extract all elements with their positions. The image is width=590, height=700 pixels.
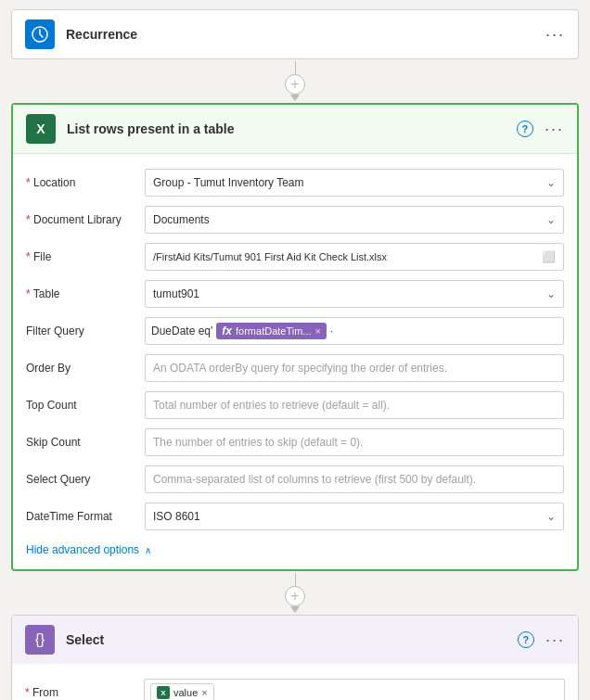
filter-query-row: Filter Query DueDate eq' fx formatDateTi… <box>26 317 564 345</box>
document-library-label: Document Library <box>26 213 137 226</box>
table-label: Table <box>26 287 137 300</box>
fx-icon: fx <box>222 325 232 337</box>
token-close-button[interactable]: × <box>315 325 321 337</box>
select-help-button[interactable]: ? <box>518 631 534 648</box>
connector-line <box>295 61 296 74</box>
document-library-select[interactable]: Documents ⌄ <box>145 206 564 234</box>
connector-2: + <box>285 571 305 615</box>
table-select[interactable]: tumut901 ⌄ <box>145 280 564 308</box>
advanced-chevron-up-icon: ∧ <box>145 545 151 555</box>
file-browse-icon[interactable]: ⬜ <box>542 250 556 263</box>
datetime-format-select[interactable]: ISO 8601 ⌄ <box>145 503 564 530</box>
location-row: Location Group - Tumut Inventory Team ⌄ <box>26 169 564 197</box>
connector-1: + <box>285 59 305 103</box>
card-header-actions: ? ··· <box>517 120 564 139</box>
datetime-format-label: DateTime Format <box>26 510 137 523</box>
top-count-input[interactable]: Total number of entries to retrieve (def… <box>145 391 564 419</box>
location-chevron-icon: ⌄ <box>546 176 556 189</box>
order-by-input[interactable]: An ODATA orderBy query for specifying th… <box>145 354 564 382</box>
document-library-chevron-icon: ⌄ <box>546 213 556 226</box>
location-select[interactable]: Group - Tumut Inventory Team ⌄ <box>145 169 564 197</box>
file-input[interactable]: /FirstAid Kits/Tumut 901 First Aid Kit C… <box>145 243 564 271</box>
token-dot: · <box>330 326 333 337</box>
location-label: Location <box>26 176 137 189</box>
skip-count-row: Skip Count The number of entries to skip… <box>26 428 564 456</box>
order-by-label: Order By <box>26 362 137 375</box>
list-rows-card: X List rows present in a table ? ··· Loc… <box>11 103 579 571</box>
select-title: Select <box>66 632 507 647</box>
file-label: File <box>26 250 137 263</box>
connector-arrow <box>290 95 300 101</box>
hide-advanced-button[interactable]: Hide advanced options ∧ <box>26 543 564 556</box>
connector-line-2 <box>295 573 296 586</box>
from-input[interactable]: X value × <box>144 679 565 700</box>
from-value-tag: X value × <box>150 683 214 700</box>
datetime-format-row: DateTime Format ISO 8601 ⌄ <box>26 503 564 530</box>
table-row: Table tumut901 ⌄ <box>26 280 564 308</box>
add-step-button-2[interactable]: + <box>285 586 305 606</box>
select-card-header-actions: ? ··· <box>518 630 565 650</box>
select-body: From X value × Map X Email × <box>12 664 578 700</box>
select-query-row: Select Query Comma-separated list of col… <box>26 465 564 493</box>
from-row: From X value × <box>25 679 565 700</box>
select-icon: {} <box>25 625 55 655</box>
add-step-button[interactable]: + <box>285 74 305 95</box>
from-tag-close-button[interactable]: × <box>201 687 207 698</box>
from-excel-icon: X <box>157 686 170 699</box>
card-title: List rows present in a table <box>67 121 506 136</box>
skip-count-label: Skip Count <box>26 436 137 449</box>
card-more-button[interactable]: ··· <box>545 120 564 139</box>
file-row: File /FirstAid Kits/Tumut 901 First Aid … <box>26 243 564 271</box>
document-library-row: Document Library Documents ⌄ <box>26 206 564 234</box>
select-more-button[interactable]: ··· <box>545 630 565 650</box>
recurrence-more-button[interactable]: ··· <box>545 25 565 45</box>
order-by-row: Order By An ODATA orderBy query for spec… <box>26 354 564 382</box>
card-body: Location Group - Tumut Inventory Team ⌄ … <box>13 154 577 569</box>
filter-query-prefix: DueDate eq' <box>151 325 212 337</box>
filter-query-token[interactable]: fx formatDateTim... × <box>216 323 327 339</box>
top-count-row: Top Count Total number of entries to ret… <box>26 391 564 419</box>
top-count-label: Top Count <box>26 399 137 412</box>
card-header: X List rows present in a table ? ··· <box>13 105 577 154</box>
table-chevron-icon: ⌄ <box>546 287 556 300</box>
connector-arrow-2 <box>290 606 300 613</box>
skip-count-input[interactable]: The number of entries to skip (default =… <box>145 428 564 456</box>
select-card: {} Select ? ··· From X value × <box>11 615 579 700</box>
filter-query-label: Filter Query <box>26 325 137 337</box>
recurrence-icon <box>25 19 55 49</box>
recurrence-block: Recurrence ··· <box>11 9 579 59</box>
excel-icon: X <box>26 114 56 144</box>
from-label: From <box>25 686 136 699</box>
select-query-input[interactable]: Comma-separated list of columns to retri… <box>145 465 564 493</box>
recurrence-title: Recurrence <box>66 27 534 42</box>
help-button[interactable]: ? <box>517 121 533 137</box>
datetime-format-chevron-icon: ⌄ <box>546 510 556 523</box>
filter-query-input[interactable]: DueDate eq' fx formatDateTim... × · <box>145 317 564 345</box>
select-query-label: Select Query <box>26 473 137 486</box>
select-header: {} Select ? ··· <box>12 616 578 664</box>
